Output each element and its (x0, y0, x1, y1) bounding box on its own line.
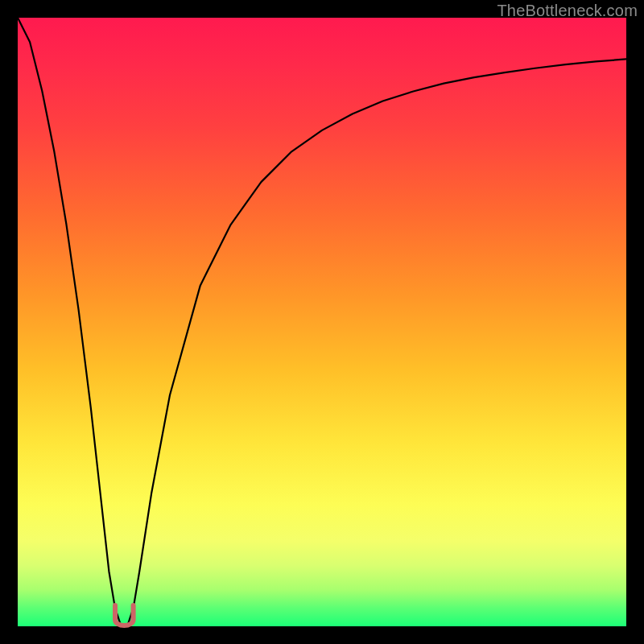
chart-svg (18, 18, 626, 626)
bottleneck-curve (18, 18, 626, 626)
plot-area (18, 18, 626, 626)
chart-frame: TheBottleneck.com (0, 0, 644, 644)
watermark-text: TheBottleneck.com (497, 2, 638, 20)
